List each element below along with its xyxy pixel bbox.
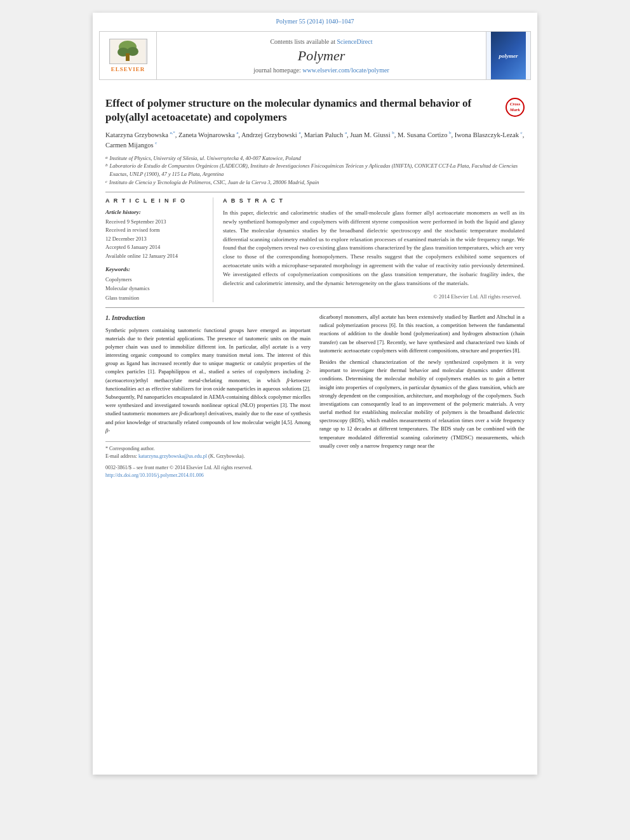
affil-b: b Laboratorio de Estudio de Compuestos O…: [105, 162, 525, 178]
science-direct-link[interactable]: ScienceDirect: [337, 38, 372, 45]
journal-title: Polymer: [298, 48, 345, 64]
footnote-email: E-mail address: katarzyna.grzybowska@us.…: [105, 453, 311, 460]
keyword-1: Copolymers: [105, 275, 206, 284]
footnote-corresponding: * Corresponding author.: [105, 445, 311, 453]
contents-label: Contents lists available at: [270, 38, 337, 45]
body-col-right: dicarbonyl monomers, allyl acetate has b…: [319, 313, 525, 479]
affil-a: a Institute of Physics, University of Si…: [105, 154, 525, 163]
article-info-column: A R T I C L E I N F O Article history: R…: [105, 197, 213, 302]
revised-date: Received in revised form12 December 2013: [105, 226, 206, 243]
svg-rect-4: [126, 53, 130, 61]
keyword-2: Molecular dynamics: [105, 284, 206, 293]
received-date: Received 9 September 2013: [105, 218, 206, 227]
keywords-label: Keywords:: [105, 266, 206, 272]
copyright-line: © 2014 Elsevier Ltd. All rights reserved…: [223, 293, 525, 300]
online-date: Available online 12 January 2014: [105, 252, 206, 261]
homepage-prefix: journal homepage:: [253, 67, 302, 74]
homepage-link[interactable]: www.elsevier.com/locate/polymer: [302, 67, 389, 74]
science-direct-label: Contents lists available at ScienceDirec…: [270, 38, 372, 45]
email-link[interactable]: katarzyna.grzybowska@us.edu.pl: [138, 453, 207, 459]
publisher-logo-area: ELSEVIER: [100, 32, 157, 79]
crossmark-circle: CrossMark: [506, 98, 525, 117]
history-items: Received 9 September 2013 Received in re…: [105, 218, 206, 261]
page: Polymer 55 (2014) 1040–1047 ELSEVIER: [93, 13, 537, 775]
affil-b-sup: b: [105, 162, 108, 178]
footnote-issn: 0032-3861/$ – see front matter © 2014 El…: [105, 464, 311, 479]
intro-col2-para2: Besides the chemical characterization of…: [319, 358, 525, 450]
body-section: 1. Introduction Synthetic polymers conta…: [105, 313, 525, 479]
main-content: Effect of polymer structure on the molec…: [93, 84, 537, 486]
affil-c-sup: c: [105, 178, 107, 187]
journal-reference: Polymer 55 (2014) 1040–1047: [93, 13, 537, 27]
journal-homepage: journal homepage: www.elsevier.com/locat…: [253, 67, 389, 74]
intro-title: Introduction: [112, 314, 145, 321]
keyword-3: Glass transition: [105, 293, 206, 302]
abstract-text: In this paper, dielectric and calorimetr…: [223, 209, 525, 288]
intro-col1-para1: Synthetic polymers containing tautomeric…: [105, 326, 311, 435]
body-col-left: 1. Introduction Synthetic polymers conta…: [105, 313, 311, 479]
cover-label: polymer: [499, 53, 518, 59]
history-label: Article history:: [105, 209, 206, 215]
affiliations: a Institute of Physics, University of Si…: [105, 154, 525, 187]
affil-b-text: Laboratorio de Estudio de Compuestos Org…: [110, 162, 525, 178]
intro-heading: 1. Introduction: [105, 313, 311, 323]
crossmark-text: CrossMark: [510, 102, 520, 113]
article-title-area: Effect of polymer structure on the molec…: [105, 97, 525, 124]
journal-header: ELSEVIER Contents lists available at Sci…: [99, 31, 531, 80]
abstract-header: A B S T R A C T: [223, 197, 525, 204]
journal-cover: polymer: [486, 32, 530, 79]
issn-text: 0032-3861/$ – see front matter © 2014 El…: [105, 464, 311, 472]
affil-c-text: Instituto de Ciencia y Tecnología de Pol…: [109, 178, 319, 187]
cover-image: polymer: [491, 32, 526, 79]
authors-line: Katarzyna Grzybowska a,*, Zaneta Wojnaro…: [105, 130, 525, 150]
affil-a-sup: a: [105, 154, 108, 163]
affil-a-text: Institute of Physics, University of Sile…: [110, 154, 301, 163]
crossmark-badge: CrossMark: [506, 98, 525, 117]
abstract-column: A B S T R A C T In this paper, dielectri…: [223, 197, 525, 302]
intro-number: 1.: [105, 314, 111, 321]
keywords-list: Copolymers Molecular dynamics Glass tran…: [105, 275, 206, 302]
article-title-text: Effect of polymer structure on the molec…: [105, 97, 499, 124]
info-abstract-section: A R T I C L E I N F O Article history: R…: [105, 197, 525, 302]
journal-ref-text: Polymer 55 (2014) 1040–1047: [276, 18, 354, 25]
elsevier-logo: ELSEVIER: [109, 39, 147, 72]
article-info-header: A R T I C L E I N F O: [105, 197, 206, 204]
doi-link[interactable]: http://dx.doi.org/10.1016/j.polymer.2014…: [105, 472, 204, 478]
intro-col2-para1: dicarbonyl monomers, allyl acetate has b…: [319, 313, 525, 355]
elsevier-logo-image: [109, 39, 147, 64]
divider-1: [105, 192, 525, 192]
divider-2: [105, 307, 525, 308]
accepted-date: Accepted 6 January 2014: [105, 243, 206, 252]
journal-info-center: Contents lists available at ScienceDirec…: [157, 32, 486, 79]
elsevier-text: ELSEVIER: [111, 66, 145, 72]
affil-c: c Instituto de Ciencia y Tecnología de P…: [105, 178, 525, 187]
doi-text: http://dx.doi.org/10.1016/j.polymer.2014…: [105, 472, 311, 479]
footnote-section: * Corresponding author. E-mail address: …: [105, 441, 311, 479]
